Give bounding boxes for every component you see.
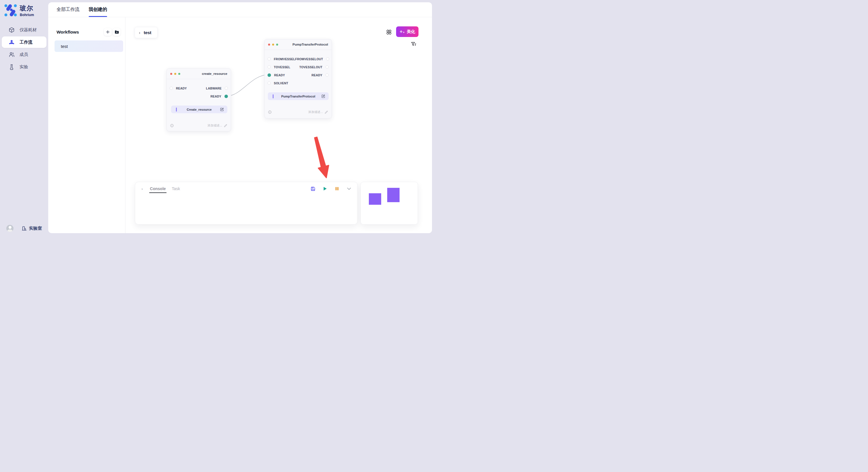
box-icon bbox=[9, 27, 14, 33]
edit-icon[interactable] bbox=[321, 94, 325, 98]
green-dot-icon bbox=[178, 73, 180, 75]
pencil-icon[interactable] bbox=[224, 124, 227, 127]
save-icon bbox=[311, 187, 315, 191]
brand-subtitle: Bohrium bbox=[20, 13, 34, 17]
console-actions bbox=[310, 186, 352, 191]
lab-label: 实验室 bbox=[29, 226, 42, 231]
port-in-ready[interactable] bbox=[169, 87, 173, 90]
chevron-down-icon bbox=[346, 186, 352, 191]
sidebar-item-experiment[interactable]: 实验 bbox=[2, 61, 46, 72]
building-icon bbox=[22, 226, 27, 231]
user-avatar[interactable] bbox=[6, 225, 13, 232]
breadcrumb[interactable]: › test bbox=[135, 27, 158, 38]
tab-all-workflows[interactable]: 全部工作流 bbox=[57, 2, 80, 17]
node-action-pill[interactable]: Create_resource bbox=[171, 105, 227, 113]
port-out-ready[interactable] bbox=[224, 95, 228, 98]
workflow-tabbar: 全部工作流 我创建的 bbox=[48, 2, 432, 17]
green-dot-icon bbox=[276, 43, 278, 45]
tab-created-by-me[interactable]: 我创建的 bbox=[89, 2, 107, 17]
workflow-icon bbox=[9, 39, 14, 45]
node-title: PumpTransferProtocol bbox=[292, 43, 328, 46]
sidebar-item-instruments[interactable]: 仪器耗材 bbox=[2, 24, 46, 36]
pill-label: Create_resource bbox=[187, 108, 212, 111]
port-in-ready[interactable] bbox=[268, 73, 271, 77]
minimap[interactable] bbox=[361, 182, 418, 225]
port-out-tovesselout[interactable] bbox=[326, 65, 329, 69]
sparkles-icon: ✧₊ bbox=[400, 30, 405, 34]
port-label: FROMVESSELOUT bbox=[295, 57, 323, 61]
sidebar: 玻尔 Bohrium 仪器耗材 bbox=[0, 0, 48, 236]
brand-text: 玻尔 Bohrium bbox=[20, 4, 34, 17]
minimap-node bbox=[387, 188, 400, 202]
port-label: READY bbox=[176, 87, 187, 90]
node-footer: 添加描述... bbox=[268, 110, 328, 114]
brand: 玻尔 Bohrium bbox=[4, 4, 34, 17]
sidebar-footer: 实验室 bbox=[0, 225, 48, 232]
brand-title: 玻尔 bbox=[20, 4, 34, 12]
port-label: TOVESSEL bbox=[274, 65, 290, 69]
bohrium-logo-icon bbox=[4, 4, 17, 17]
port-in-solvent[interactable] bbox=[268, 81, 271, 85]
sidebar-item-label: 成员 bbox=[20, 52, 28, 57]
experiment-icon bbox=[9, 64, 14, 70]
description-placeholder[interactable]: 添加描述... bbox=[308, 110, 323, 114]
filter-icon[interactable] bbox=[411, 41, 416, 47]
sidebar-item-members[interactable]: 成员 bbox=[2, 49, 46, 60]
beautify-button[interactable]: ✧₊ 美化 bbox=[396, 26, 418, 37]
save-button[interactable] bbox=[310, 186, 315, 191]
workflow-canvas[interactable]: › test ✧₊ 美化 create_resource bbox=[125, 17, 432, 233]
edge-ready-connection bbox=[227, 75, 268, 96]
pause-button[interactable] bbox=[334, 186, 340, 191]
node-action-pill[interactable]: PumpTransferProtocol bbox=[268, 92, 329, 100]
workflows-actions bbox=[104, 28, 121, 36]
red-dot-icon bbox=[268, 43, 270, 45]
port-out-fromvesselout[interactable] bbox=[326, 57, 329, 61]
sidebar-item-label: 仪器耗材 bbox=[20, 27, 37, 33]
edit-icon[interactable] bbox=[220, 107, 224, 111]
add-workflow-button[interactable] bbox=[104, 28, 112, 36]
import-workflow-button[interactable] bbox=[113, 28, 121, 36]
collapse-side-icon[interactable]: › bbox=[142, 187, 143, 191]
layout-grid-icon[interactable] bbox=[386, 29, 392, 35]
node-header: create_resource bbox=[167, 69, 231, 79]
pause-icon bbox=[335, 187, 339, 191]
minimap-node bbox=[369, 193, 381, 205]
info-icon[interactable] bbox=[170, 124, 174, 127]
run-button[interactable] bbox=[322, 186, 328, 191]
workflows-panel-header: Workflows bbox=[57, 28, 121, 36]
workflows-panel: Workflows test bbox=[48, 17, 125, 233]
sidebar-nav: 仪器耗材 工作流 成员 bbox=[2, 24, 46, 73]
sidebar-item-label: 实验 bbox=[20, 64, 28, 70]
workflow-list-item[interactable]: test bbox=[55, 40, 123, 52]
pill-label: PumpTransferProtocol bbox=[281, 95, 315, 98]
port-label: READY bbox=[274, 73, 285, 77]
port-in-tovessel[interactable] bbox=[268, 65, 271, 69]
node-header: PumpTransferProtocol bbox=[265, 39, 332, 50]
breadcrumb-label: test bbox=[144, 30, 152, 35]
port-label: READY bbox=[311, 73, 322, 77]
port-out-labware[interactable] bbox=[225, 87, 228, 90]
task-tab[interactable]: Task bbox=[172, 187, 180, 191]
node-footer: 添加描述... bbox=[170, 124, 227, 128]
port-label: READY bbox=[210, 95, 221, 98]
port-label: FROMVESSEL bbox=[274, 57, 295, 61]
description-placeholder[interactable]: 添加描述... bbox=[208, 124, 222, 128]
port-out-ready[interactable] bbox=[326, 73, 329, 76]
yellow-dot-icon bbox=[174, 73, 176, 75]
collapse-console-button[interactable] bbox=[346, 186, 352, 191]
pencil-icon[interactable] bbox=[324, 110, 328, 114]
sidebar-item-label: 工作流 bbox=[20, 40, 32, 45]
workflows-title: Workflows bbox=[57, 30, 79, 35]
console-tab[interactable]: Console bbox=[150, 187, 166, 191]
console-toolbar: › Console Task bbox=[135, 182, 358, 191]
node-create-resource[interactable]: create_resource READY LABWARE READY bbox=[166, 68, 231, 131]
traffic-light-dots bbox=[170, 73, 180, 75]
folder-download-icon bbox=[115, 30, 119, 34]
port-in-fromvessel[interactable] bbox=[268, 57, 271, 61]
sidebar-item-workflow[interactable]: 工作流 bbox=[2, 36, 46, 48]
chevron-right-icon: › bbox=[139, 30, 141, 35]
lab-selector[interactable]: 实验室 bbox=[22, 226, 42, 231]
node-pump-transfer-protocol[interactable]: PumpTransferProtocol FROMVESSEL FROMVESS… bbox=[265, 39, 332, 119]
info-icon[interactable] bbox=[268, 110, 272, 114]
red-arrow-annotation bbox=[315, 137, 329, 178]
